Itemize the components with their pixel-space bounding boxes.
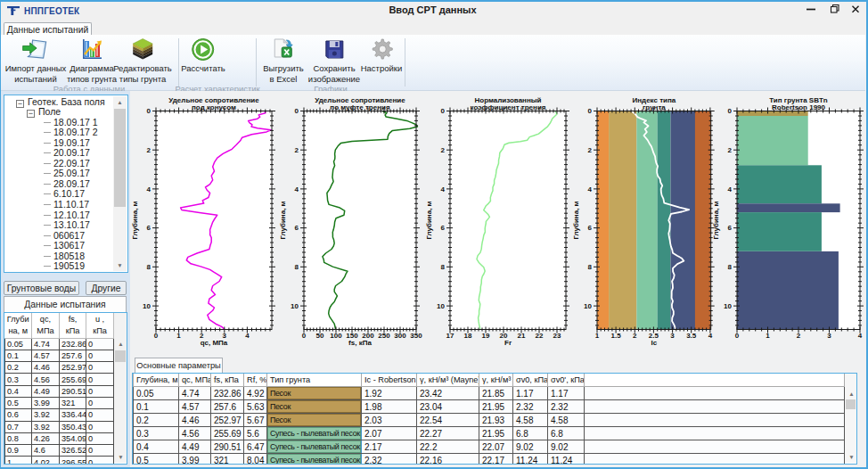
svg-text:10: 10 <box>143 302 151 310</box>
svg-text:Глубина, м: Глубина, м <box>572 201 580 239</box>
svg-text:2: 2 <box>441 146 446 154</box>
svg-text:0: 0 <box>728 107 733 115</box>
svg-text:6: 6 <box>147 224 151 232</box>
svg-text:3: 3 <box>670 332 675 340</box>
svg-text:qc, МПа: qc, МПа <box>201 339 228 347</box>
svg-text:Robertson 1990: Robertson 1990 <box>772 103 826 111</box>
svg-text:под конусом: под конусом <box>192 103 236 111</box>
svg-text:по муфте трения: по муфте трения <box>330 103 390 111</box>
svg-text:Глубина, м: Глубина, м <box>279 201 287 239</box>
svg-text:4: 4 <box>858 332 863 340</box>
svg-text:8: 8 <box>295 263 299 271</box>
svg-text:10: 10 <box>437 302 445 310</box>
svg-text:1: 1 <box>176 332 181 340</box>
svg-text:17: 17 <box>446 332 454 340</box>
svg-text:Глубина, м: Глубина, м <box>131 201 139 239</box>
svg-text:2: 2 <box>633 332 637 340</box>
svg-text:3.5: 3.5 <box>686 332 697 340</box>
svg-text:19: 19 <box>482 332 490 340</box>
svg-text:грунта: грунта <box>643 103 666 111</box>
svg-text:2: 2 <box>797 332 801 340</box>
svg-text:4: 4 <box>588 185 593 193</box>
svg-text:10: 10 <box>584 302 592 310</box>
svg-text:0: 0 <box>147 107 151 115</box>
svg-text:21: 21 <box>518 332 526 340</box>
svg-text:1: 1 <box>595 332 600 340</box>
svg-text:fs, кПа: fs, кПа <box>348 339 372 347</box>
svg-text:8: 8 <box>147 263 151 271</box>
svg-text:250: 250 <box>378 332 390 340</box>
svg-text:6: 6 <box>295 224 299 232</box>
svg-text:Глубина, м: Глубина, м <box>425 201 433 239</box>
svg-text:Fr: Fr <box>504 339 512 347</box>
svg-text:1.5: 1.5 <box>611 332 622 340</box>
svg-text:4: 4 <box>245 332 250 340</box>
svg-text:23: 23 <box>553 332 561 340</box>
svg-text:0: 0 <box>302 332 307 340</box>
svg-text:100: 100 <box>330 332 342 340</box>
svg-text:6: 6 <box>728 224 733 232</box>
svg-text:8: 8 <box>441 263 446 271</box>
svg-text:1: 1 <box>766 332 770 340</box>
svg-text:Ic: Ic <box>651 339 658 347</box>
svg-text:22: 22 <box>536 332 544 340</box>
svg-text:4: 4 <box>295 185 299 193</box>
svg-text:6: 6 <box>588 224 593 232</box>
svg-text:3: 3 <box>827 332 831 340</box>
svg-text:350: 350 <box>410 332 422 340</box>
svg-text:2: 2 <box>728 146 733 154</box>
svg-text:4: 4 <box>147 185 151 193</box>
svg-text:коэффициент трения: коэффициент трения <box>471 103 546 111</box>
svg-text:10: 10 <box>291 302 299 310</box>
svg-text:0: 0 <box>735 332 740 340</box>
svg-text:300: 300 <box>394 332 406 340</box>
svg-text:8: 8 <box>728 263 733 271</box>
svg-text:18: 18 <box>464 332 472 340</box>
svg-text:4: 4 <box>728 185 733 193</box>
svg-text:0: 0 <box>295 107 299 115</box>
svg-text:Глубина, м: Глубина, м <box>712 201 720 239</box>
svg-text:0: 0 <box>154 332 159 340</box>
svg-text:6: 6 <box>441 224 446 232</box>
svg-text:4: 4 <box>708 332 713 340</box>
svg-text:4: 4 <box>441 185 446 193</box>
svg-text:0: 0 <box>588 107 593 115</box>
svg-text:8: 8 <box>588 263 593 271</box>
svg-text:50: 50 <box>316 332 324 340</box>
svg-text:2: 2 <box>147 146 151 154</box>
svg-text:2: 2 <box>588 146 593 154</box>
svg-text:10: 10 <box>724 302 732 310</box>
svg-text:0: 0 <box>441 107 446 115</box>
svg-text:2: 2 <box>295 146 299 154</box>
